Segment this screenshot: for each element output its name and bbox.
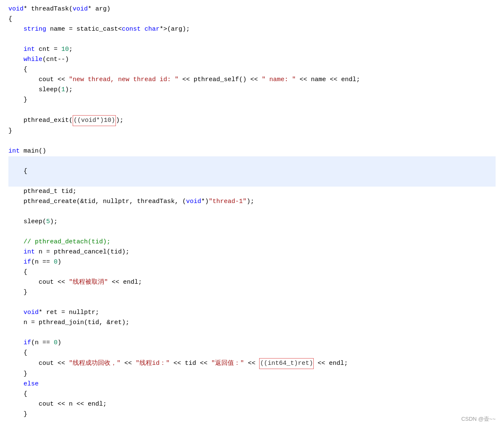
- code-line-29: void* ret = nullptr;: [8, 308, 496, 318]
- code-line-3: string name = static_cast<const char*>(a…: [8, 24, 496, 34]
- code-line-5: int cnt = 10;: [8, 45, 496, 55]
- code-line-20: sleep(5);: [8, 217, 496, 227]
- code-line-14: [8, 136, 496, 146]
- keyword-while: while: [24, 55, 42, 65]
- keyword-void3: void: [186, 197, 201, 207]
- code-line-27: }: [8, 288, 496, 298]
- code-line-18: pthread_create(&tid, nullptr, threadTask…: [8, 197, 496, 207]
- code-line-32: if(n == 0): [8, 338, 496, 348]
- code-line-24: if(n == 0): [8, 257, 496, 267]
- code-line-8: cout << "new thread, new thread id: " <<…: [8, 75, 496, 85]
- code-block: void* threadTask(void* arg) { string nam…: [0, 4, 504, 430]
- code-line-17: pthread_t tid;: [8, 187, 496, 197]
- code-line-39: }: [8, 409, 496, 419]
- code-line-2: {: [8, 14, 496, 24]
- keyword-char: char: [144, 24, 160, 34]
- code-line-40: [8, 419, 496, 430]
- keyword-if2: if: [24, 338, 31, 348]
- keyword-void: void: [8, 4, 24, 14]
- code-line-36: else: [8, 379, 496, 389]
- code-line-9: sleep(1);: [8, 85, 496, 95]
- code-line-28: [8, 298, 496, 308]
- code-line-12: pthread_exit(((void*)10));: [8, 115, 496, 126]
- code-line-33: {: [8, 348, 496, 358]
- code-line-37: {: [8, 389, 496, 399]
- code-line-30: n = pthread_join(tid, &ret);: [8, 318, 496, 328]
- keyword-int: int: [24, 45, 35, 55]
- code-line-6: while(cnt--): [8, 55, 496, 65]
- code-line-16: {: [8, 156, 496, 187]
- keyword-const: const: [122, 24, 141, 34]
- code-line-7: {: [8, 65, 496, 75]
- keyword-void2: void: [73, 4, 88, 14]
- watermark: CSDN @壶~~: [461, 415, 496, 424]
- code-line-21: [8, 227, 496, 237]
- code-line-13: }: [8, 126, 496, 136]
- highlight-int64-cast: ((int64_t)ret): [259, 358, 314, 369]
- highlight-void-cast: ((void*)10): [73, 115, 116, 126]
- code-line-25: {: [8, 267, 496, 277]
- code-line-19: [8, 207, 496, 217]
- code-line-11: [8, 105, 496, 115]
- keyword-void4: void: [24, 308, 39, 318]
- code-line-22: // pthread_detach(tid);: [8, 237, 496, 247]
- code-line-31: [8, 328, 496, 338]
- code-line-35: }: [8, 369, 496, 379]
- keyword-int-main: int: [8, 146, 20, 156]
- code-line-10: }: [8, 95, 496, 105]
- code-line-4: [8, 34, 496, 45]
- keyword-else: else: [24, 379, 39, 389]
- code-line-23: int n = pthread_cancel(tid);: [8, 247, 496, 257]
- keyword-if: if: [24, 257, 31, 267]
- code-line-34: cout << "线程成功回收，" << "线程id：" << tid << "…: [8, 358, 496, 369]
- comment-pthread-detach: // pthread_detach(tid);: [8, 237, 110, 247]
- keyword-string: string: [24, 24, 46, 34]
- code-line-26: cout << "线程被取消" << endl;: [8, 277, 496, 288]
- code-line-38: cout << n << endl;: [8, 399, 496, 409]
- keyword-int2: int: [24, 247, 35, 257]
- code-line-15: int main(): [8, 146, 496, 156]
- code-line-1: void* threadTask(void* arg): [8, 4, 496, 14]
